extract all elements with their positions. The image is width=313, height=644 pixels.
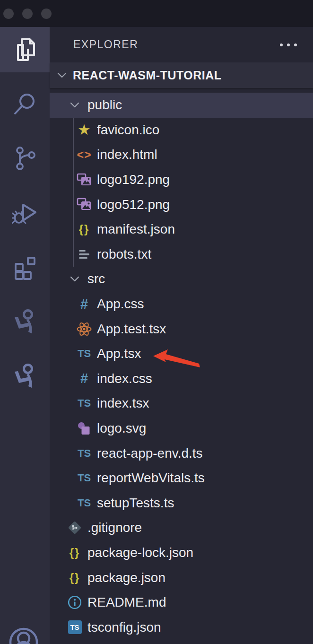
source-control-icon bbox=[13, 145, 37, 172]
svg-shapes-icon bbox=[76, 421, 92, 435]
tree-item-package-lock.json[interactable]: {}package-lock.json bbox=[50, 540, 313, 566]
tree-item-label: public bbox=[87, 97, 122, 113]
activity-bar-item-run-and-debug[interactable] bbox=[0, 190, 50, 235]
tree-item-.gitignore[interactable]: .gitignore bbox=[50, 515, 313, 540]
react-icon bbox=[76, 321, 92, 337]
chevron-down-icon bbox=[54, 69, 70, 81]
tree-item-manifest.json[interactable]: {}manifest.json bbox=[50, 217, 313, 242]
activity-bar-item-extension-5[interactable] bbox=[0, 299, 50, 344]
tree-item-label: App.tsx bbox=[97, 346, 141, 361]
chevron-down-icon bbox=[67, 99, 83, 111]
tree-item-label: manifest.json bbox=[97, 222, 175, 237]
tree-item-label: setupTests.ts bbox=[97, 496, 174, 511]
section-label: REACT-WASM-TUTORIAL bbox=[73, 69, 222, 82]
tree-item-label: App.test.tsx bbox=[97, 322, 166, 337]
search-icon bbox=[12, 91, 38, 117]
accounts-button[interactable] bbox=[0, 620, 50, 644]
tree-item-label: src bbox=[87, 271, 105, 287]
activity-bar bbox=[0, 27, 50, 644]
tree-item-package.json[interactable]: {}package.json bbox=[50, 565, 313, 590]
activity-bar-item-extensions[interactable] bbox=[0, 244, 50, 290]
extensions-icon bbox=[12, 254, 38, 280]
section-header-react-wasm-tutorial[interactable]: REACT-WASM-TUTORIAL bbox=[50, 62, 313, 88]
tree-item-favicon.ico[interactable]: ★favicon.ico bbox=[50, 118, 313, 143]
typescript-icon: TS bbox=[76, 348, 92, 359]
tree-item-label: index.css bbox=[97, 371, 152, 386]
typescript-icon: TS bbox=[76, 398, 92, 409]
tree-item-reportwebvitals.ts[interactable]: TSreportWebVitals.ts bbox=[50, 466, 313, 491]
custom-logo-icon bbox=[12, 308, 38, 335]
list-icon bbox=[76, 250, 92, 259]
json-icon: {} bbox=[67, 547, 83, 558]
more-actions-button[interactable] bbox=[279, 40, 298, 50]
close-button[interactable] bbox=[3, 9, 14, 19]
tree-item-app.test.tsx[interactable]: App.test.tsx bbox=[50, 316, 313, 341]
tree-item-label: README.md bbox=[87, 595, 166, 610]
tree-item-label: logo192.png bbox=[97, 172, 170, 187]
minimize-button[interactable] bbox=[22, 9, 33, 19]
image-icon bbox=[76, 173, 92, 187]
tree-item-label: index.html bbox=[97, 147, 157, 162]
tree-item-label: favicon.ico bbox=[97, 122, 159, 138]
star-icon: ★ bbox=[76, 122, 92, 137]
file-tree: public★favicon.ico<>index.htmllogo192.pn… bbox=[50, 88, 313, 640]
panel-header: EXPLORER bbox=[50, 27, 313, 62]
tree-item-label: logo.svg bbox=[97, 421, 146, 436]
tree-item-label: App.css bbox=[97, 296, 144, 312]
git-diamond-icon bbox=[67, 520, 83, 536]
json-icon: {} bbox=[67, 572, 83, 583]
tree-item-logo.svg[interactable]: logo.svg bbox=[50, 416, 313, 441]
activity-bar-item-extension-6[interactable] bbox=[0, 353, 50, 399]
account-icon bbox=[0, 620, 50, 644]
tree-item-readme.md[interactable]: README.md bbox=[50, 590, 313, 615]
chevron-down-icon bbox=[67, 273, 83, 285]
tree-item-app.css[interactable]: #App.css bbox=[50, 292, 313, 317]
tree-item-label: robots.txt bbox=[97, 247, 151, 262]
tree-item-label: reportWebVitals.ts bbox=[97, 470, 205, 486]
tree-item-index.css[interactable]: #index.css bbox=[50, 366, 313, 392]
tree-folder-src[interactable]: src bbox=[50, 267, 313, 292]
tree-item-react-app-env.d.ts[interactable]: TSreact-app-env.d.ts bbox=[50, 441, 313, 466]
zoom-button[interactable] bbox=[41, 9, 52, 19]
run-debug-icon bbox=[12, 200, 38, 226]
tree-item-label: react-app-env.d.ts bbox=[97, 446, 203, 461]
files-icon bbox=[12, 36, 38, 63]
tree-item-index.html[interactable]: <>index.html bbox=[50, 142, 313, 167]
activity-bar-item-search[interactable] bbox=[0, 81, 50, 127]
tree-item-label: index.tsx bbox=[97, 396, 149, 411]
activity-bar-item-explorer[interactable] bbox=[0, 27, 50, 72]
explorer-panel: EXPLORER REACT-WASM-TUTORIAL public★favi… bbox=[50, 27, 313, 644]
panel-title: EXPLORER bbox=[73, 38, 138, 51]
image-icon bbox=[76, 198, 92, 211]
tree-item-robots.txt[interactable]: robots.txt bbox=[50, 242, 313, 267]
tree-item-setuptests.ts[interactable]: TSsetupTests.ts bbox=[50, 491, 313, 516]
vscode-window: EXPLORER REACT-WASM-TUTORIAL public★favi… bbox=[0, 0, 313, 644]
tree-item-logo512.png[interactable]: logo512.png bbox=[50, 192, 313, 217]
css-hash-icon: # bbox=[76, 297, 92, 311]
activity-bar-item-source-control[interactable] bbox=[0, 136, 50, 181]
tree-item-label: package-lock.json bbox=[87, 545, 193, 560]
tree-item-label: logo512.png bbox=[97, 197, 170, 212]
tree-item-app.tsx[interactable]: TSApp.tsx bbox=[50, 341, 313, 366]
tree-item-tsconfig.json[interactable]: TStsconfig.json bbox=[50, 615, 313, 640]
tree-item-logo192.png[interactable]: logo192.png bbox=[50, 167, 313, 192]
tree-item-index.tsx[interactable]: TSindex.tsx bbox=[50, 391, 313, 416]
titlebar bbox=[0, 0, 313, 27]
css-hash-icon: # bbox=[76, 372, 92, 385]
typescript-badge-icon: TS bbox=[67, 620, 83, 634]
tree-item-label: .gitignore bbox=[87, 520, 142, 535]
typescript-icon: TS bbox=[76, 473, 92, 483]
json-icon: {} bbox=[76, 224, 92, 235]
ellipsis-icon bbox=[280, 44, 283, 46]
info-icon bbox=[67, 595, 83, 610]
typescript-icon: TS bbox=[76, 498, 92, 508]
tree-folder-public[interactable]: public bbox=[50, 93, 313, 118]
custom-logo-icon bbox=[12, 363, 38, 389]
html-icon: <> bbox=[76, 149, 92, 161]
tree-item-label: tsconfig.json bbox=[87, 620, 161, 635]
tree-item-label: package.json bbox=[87, 570, 165, 585]
typescript-icon: TS bbox=[76, 448, 92, 459]
